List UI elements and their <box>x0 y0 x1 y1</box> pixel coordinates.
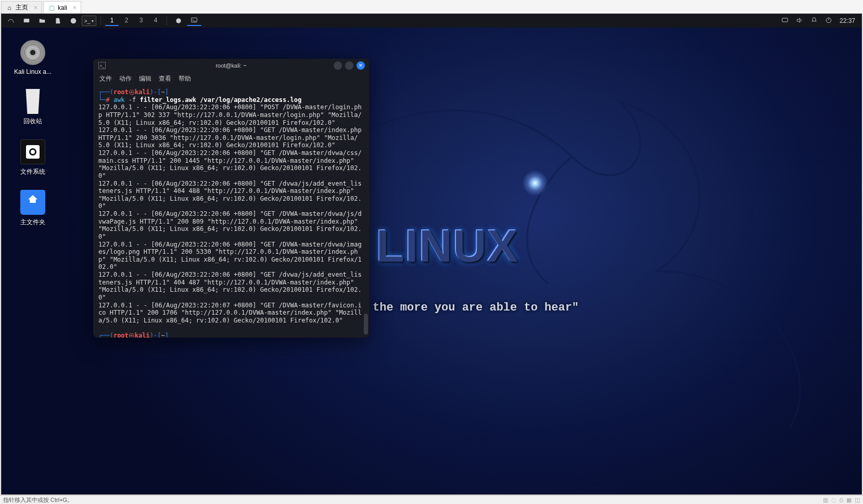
wallpaper-lens-flare <box>522 170 548 196</box>
device-icon[interactable]: ◫ <box>855 497 860 503</box>
terminal-body[interactable]: ┌──(root㉿kali)-[~] └─# awk -f filter_log… <box>93 86 369 338</box>
svg-rect-5 <box>192 18 197 22</box>
host-tab-kali[interactable]: ▢ kali × <box>43 1 81 14</box>
host-status-icons: ▥ ◌ ⎙ ▦ ◫ <box>823 497 860 503</box>
device-icon[interactable]: ▥ <box>823 497 828 503</box>
close-icon[interactable]: × <box>34 4 37 11</box>
terminal-menubar: 文件 动作 编辑 查看 帮助 <box>93 72 369 86</box>
svg-rect-6 <box>782 18 788 21</box>
trash-icon <box>20 89 45 114</box>
host-tab-label: 主页 <box>16 3 28 12</box>
kali-top-panel: >_▾ 1 2 3 4 22:37 <box>2 14 861 28</box>
desktop-icon-label: 文件系统 <box>11 167 55 176</box>
file-manager-icon[interactable] <box>35 16 49 26</box>
show-desktop-icon[interactable] <box>19 16 34 26</box>
desktop-icon-label: Kali Linux a... <box>11 68 55 75</box>
svg-point-4 <box>176 18 181 23</box>
clock[interactable]: 22:37 <box>840 17 855 24</box>
device-icon[interactable]: ◌ <box>831 497 836 503</box>
vm-icon: ▢ <box>48 4 55 11</box>
maximize-button[interactable] <box>345 61 353 70</box>
tray-power-icon[interactable] <box>825 17 832 25</box>
text-editor-icon[interactable] <box>50 16 65 26</box>
host-status-hint: 指针移入其中或按 Ctrl+G。 <box>3 496 73 504</box>
terminal-output: 127.0.0.1 - - [06/Aug/2023:22:20:06 +080… <box>98 104 365 324</box>
desktop-icon-filesystem[interactable]: 文件系统 <box>11 139 55 176</box>
host-status-bar: 指针移入其中或按 Ctrl+G。 ▥ ◌ ⎙ ▦ ◫ <box>0 495 863 504</box>
minimize-button[interactable] <box>334 61 342 70</box>
menu-help[interactable]: 帮助 <box>179 74 191 83</box>
terminal-icon: >_ <box>98 62 106 69</box>
home-folder-icon <box>20 190 45 215</box>
close-button[interactable] <box>357 61 365 70</box>
desktop-icon-home[interactable]: 主文件夹 <box>11 190 55 227</box>
vm-guest-display: >_▾ 1 2 3 4 22:37 LINUX "the quieter you… <box>1 14 862 495</box>
home-icon: ⌂ <box>6 4 13 11</box>
desktop-icon-trash[interactable]: 回收站 <box>11 89 55 126</box>
workspace-1[interactable]: 1 <box>105 16 119 26</box>
svg-point-3 <box>72 19 75 22</box>
desktop-icon-label: 主文件夹 <box>11 218 55 227</box>
workspace-4[interactable]: 4 <box>149 16 162 26</box>
terminal-launcher-icon[interactable]: >_▾ <box>82 16 96 26</box>
close-icon[interactable]: × <box>73 4 77 11</box>
workspace-3[interactable]: 3 <box>134 16 148 26</box>
firefox-icon[interactable] <box>66 16 81 26</box>
terminal-window[interactable]: >_ root@kali: ~ 文件 动作 编辑 查看 帮助 ┌──(root㉿… <box>93 59 369 338</box>
host-tab-home[interactable]: ⌂ 主页 × <box>1 1 42 14</box>
terminal-title: root@kali: ~ <box>215 62 246 69</box>
filesystem-icon <box>20 139 45 164</box>
host-tab-label: kali <box>58 4 67 11</box>
desktop-icon-label: 回收站 <box>11 117 55 126</box>
device-icon[interactable]: ⎙ <box>840 497 843 503</box>
tray-notifications-icon[interactable] <box>810 17 818 25</box>
menu-file[interactable]: 文件 <box>99 74 112 83</box>
disc-icon <box>20 40 45 65</box>
wallpaper-linux-text: LINUX <box>376 219 519 273</box>
taskbar-terminal-icon[interactable] <box>187 16 201 26</box>
host-tab-strip: ⌂ 主页 × ▢ kali × <box>0 0 863 14</box>
separator <box>167 17 167 25</box>
desktop-icons: Kali Linux a... 回收站 文件系统 主文件夹 <box>11 40 55 227</box>
workspace-2[interactable]: 2 <box>120 16 133 26</box>
menu-edit[interactable]: 编辑 <box>139 74 151 83</box>
kali-menu-icon[interactable] <box>4 16 18 26</box>
tray-volume-icon[interactable] <box>796 17 803 25</box>
separator <box>100 17 101 25</box>
tray-display-icon[interactable] <box>781 17 789 25</box>
scrollbar-thumb[interactable] <box>364 314 368 334</box>
svg-point-1 <box>58 21 60 24</box>
menu-actions[interactable]: 动作 <box>119 74 132 83</box>
desktop-icon-kali-linux[interactable]: Kali Linux a... <box>11 40 55 75</box>
menu-view[interactable]: 查看 <box>159 74 171 83</box>
wallpaper-quote-right: the more you are able to hear" <box>373 301 579 314</box>
taskbar-firefox-icon[interactable] <box>171 16 186 26</box>
svg-rect-0 <box>24 19 30 22</box>
device-icon[interactable]: ▦ <box>846 497 852 503</box>
terminal-titlebar[interactable]: >_ root@kali: ~ <box>93 59 369 72</box>
